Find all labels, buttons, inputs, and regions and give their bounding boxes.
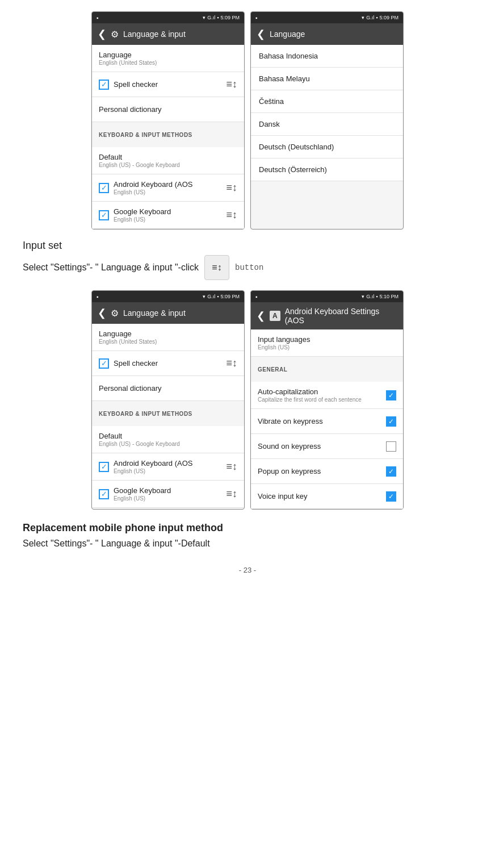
android-keyboard-settings-icon-1[interactable]: ≡↕ <box>226 182 237 194</box>
signal-text-aos: G.ıl <box>366 294 374 299</box>
google-keyboard-checkbox-2[interactable] <box>99 489 109 499</box>
voice-checkbox[interactable] <box>386 491 396 502</box>
spell-checker-settings-icon[interactable]: ≡↕ <box>226 78 237 90</box>
android-keyboard-settings-icon-2[interactable]: ≡↕ <box>226 461 237 473</box>
personal-dictionary-item-1[interactable]: Personal dictionary <box>92 97 244 122</box>
default-keyboard-sub-2: English (US) - Google Keyboard <box>99 441 237 447</box>
header-bar-lang: ❮ Language <box>251 23 403 45</box>
time-1: 5:09 PM <box>220 15 240 20</box>
android-keyboard-title-2: Android Keyboard (AOS <box>114 459 226 468</box>
instruction-section: Input set Select "Settings"- " Language … <box>17 240 478 280</box>
google-keyboard-checkbox-1[interactable] <box>99 210 109 220</box>
settings-list-1: Language English (United States) Spell c… <box>92 45 244 229</box>
language-sub: English (United States) <box>99 60 237 66</box>
sound-title: Sound on keypress <box>258 442 386 450</box>
android-keyboard-item-1[interactable]: Android Keyboard (AOS English (US) ≡↕ <box>92 174 244 202</box>
notification-icon-lang: ▪ <box>255 15 258 21</box>
back-arrow-lang[interactable]: ❮ <box>257 28 265 40</box>
signal-text-2: G.ıl <box>207 294 215 299</box>
status-right-2: ▾ G.ıl ▪ 5:09 PM <box>203 294 240 299</box>
input-languages-sub: English (US) <box>258 344 396 350</box>
vibrate-text: Vibrate on keypress <box>258 417 386 425</box>
spell-checker-text: Spell checker <box>114 80 226 89</box>
settings-list-2: Language English (United States) Spell c… <box>92 324 244 508</box>
android-keyboard-item-2[interactable]: Android Keyboard (AOS English (US) ≡↕ <box>92 453 244 481</box>
keyboard-methods-label-2: KEYBOARD & INPUT METHODS <box>99 411 192 417</box>
google-keyboard-item-2[interactable]: Google Keyboard English (US) ≡↕ <box>92 481 244 508</box>
voice-item[interactable]: Voice input key <box>251 484 403 509</box>
aos-settings-list: Input languages English (US) GENERAL Aut… <box>251 329 403 509</box>
lang-item-2[interactable]: Čeština <box>251 90 403 113</box>
default-keyboard-title-2: Default <box>99 432 237 440</box>
default-keyboard-item-1[interactable]: Default English (US) - Google Keyboard <box>92 147 244 174</box>
default-keyboard-item-2[interactable]: Default English (US) - Google Keyboard <box>92 426 244 453</box>
language-item-2[interactable]: Language English (United States) <box>92 324 244 351</box>
vibrate-title: Vibrate on keypress <box>258 417 386 425</box>
status-bar-1: ▪ ▾ G.ıl ▪ 5:09 PM <box>92 12 244 23</box>
popup-item[interactable]: Popup on keypress <box>251 459 403 484</box>
status-bar-lang: ▪ ▾ G.ıl ▪ 5:09 PM <box>251 12 403 23</box>
lang-item-4[interactable]: Deutsch (Deutschland) <box>251 136 403 158</box>
popup-checkbox[interactable] <box>386 466 396 477</box>
lang-item-0[interactable]: Bahasa Indonesia <box>251 45 403 68</box>
settings-button-icon[interactable]: ≡↕ <box>204 255 229 280</box>
top-screenshots-row: ▪ ▾ G.ıl ▪ 5:09 PM ❮ ⚙ Language & input <box>17 11 478 229</box>
google-keyboard-settings-icon-1[interactable]: ≡↕ <box>226 209 237 221</box>
general-label: GENERAL <box>258 366 287 373</box>
back-arrow-1[interactable]: ❮ <box>98 28 106 40</box>
aos-keyboard-screen: ▪ ▾ G.ıl ▪ 5:10 PM ❮ A Android Keyboard … <box>250 290 404 510</box>
android-keyboard-checkbox-1[interactable] <box>99 183 109 193</box>
popup-text: Popup on keypress <box>258 467 386 475</box>
spell-checker-checkbox[interactable] <box>99 80 109 90</box>
google-keyboard-title-2: Google Keyboard <box>114 486 226 495</box>
back-arrow-2[interactable]: ❮ <box>98 307 106 319</box>
lang-input-screen-1: ▪ ▾ G.ıl ▪ 5:09 PM ❮ ⚙ Language & input <box>91 11 245 229</box>
personal-dictionary-item-2[interactable]: Personal dictionary <box>92 376 244 401</box>
language-text-2: Language English (United States) <box>99 329 237 345</box>
status-right-icons-1: ▾ G.ıl ▪ 5:09 PM <box>203 15 240 20</box>
back-arrow-aos[interactable]: ❮ <box>257 310 265 322</box>
auto-cap-item[interactable]: Auto-capitalization Capitalize the first… <box>251 382 403 409</box>
spell-checker-checkbox-2[interactable] <box>99 358 109 369</box>
google-keyboard-text-2: Google Keyboard English (US) <box>114 486 226 502</box>
android-keyboard-text-1: Android Keyboard (AOS English (US) <box>114 180 226 195</box>
lang-item-5[interactable]: Deutsch (Österreich) <box>251 158 403 181</box>
auto-cap-checkbox[interactable] <box>386 390 396 400</box>
spell-checker-text-2: Spell checker <box>114 359 226 368</box>
replacement-section: Replacement mobile phone input method Se… <box>17 522 478 549</box>
spell-checker-title-2: Spell checker <box>114 359 226 368</box>
auto-cap-sub: Capitalize the first word of each senten… <box>258 397 386 403</box>
auto-cap-text: Auto-capitalization Capitalize the first… <box>258 387 386 403</box>
vibrate-item[interactable]: Vibrate on keypress <box>251 409 403 434</box>
language-list: Bahasa Indonesia Bahasa Melayu Čeština D… <box>251 45 403 181</box>
input-languages-item[interactable]: Input languages English (US) <box>251 329 403 357</box>
signal-text-1: G.ıl <box>207 15 215 20</box>
language-sub-2: English (United States) <box>99 339 237 345</box>
sound-item[interactable]: Sound on keypress <box>251 434 403 459</box>
language-item[interactable]: Language English (United States) <box>92 45 244 72</box>
voice-title: Voice input key <box>258 492 386 500</box>
spell-checker-settings-icon-2[interactable]: ≡↕ <box>226 357 237 369</box>
sound-text: Sound on keypress <box>258 442 386 450</box>
google-keyboard-item-1[interactable]: Google Keyboard English (US) ≡↕ <box>92 202 244 229</box>
gear-icon-2: ⚙ <box>111 308 119 319</box>
default-keyboard-sub-1: English (US) - Google Keyboard <box>99 162 237 168</box>
vibrate-checkbox[interactable] <box>386 416 396 427</box>
sound-checkbox[interactable] <box>386 441 396 452</box>
status-bar-2: ▪ ▾ G.ıl ▪ 5:09 PM <box>92 291 244 302</box>
personal-dictionary-title-2: Personal dictionary <box>99 384 237 393</box>
lang-item-1[interactable]: Bahasa Melayu <box>251 68 403 90</box>
android-keyboard-checkbox-2[interactable] <box>99 462 109 472</box>
spell-checker-item-2[interactable]: Spell checker ≡↕ <box>92 351 244 376</box>
spell-checker-item[interactable]: Spell checker ≡↕ <box>92 72 244 97</box>
google-keyboard-settings-icon-2[interactable]: ≡↕ <box>226 488 237 500</box>
bottom-screenshots-row: ▪ ▾ G.ıl ▪ 5:09 PM ❮ ⚙ Language & input … <box>17 290 478 510</box>
personal-dictionary-text-1: Personal dictionary <box>99 105 237 114</box>
android-keyboard-sub-1: English (US) <box>114 189 226 195</box>
wifi-icon-1: ▾ <box>203 15 205 20</box>
status-left-2: ▪ <box>97 294 99 300</box>
language-title: Language <box>99 51 237 59</box>
lang-item-3[interactable]: Dansk <box>251 113 403 136</box>
time-2: 5:09 PM <box>220 294 240 299</box>
replacement-text: Select "Settings"- " Language & input "-… <box>23 539 472 549</box>
